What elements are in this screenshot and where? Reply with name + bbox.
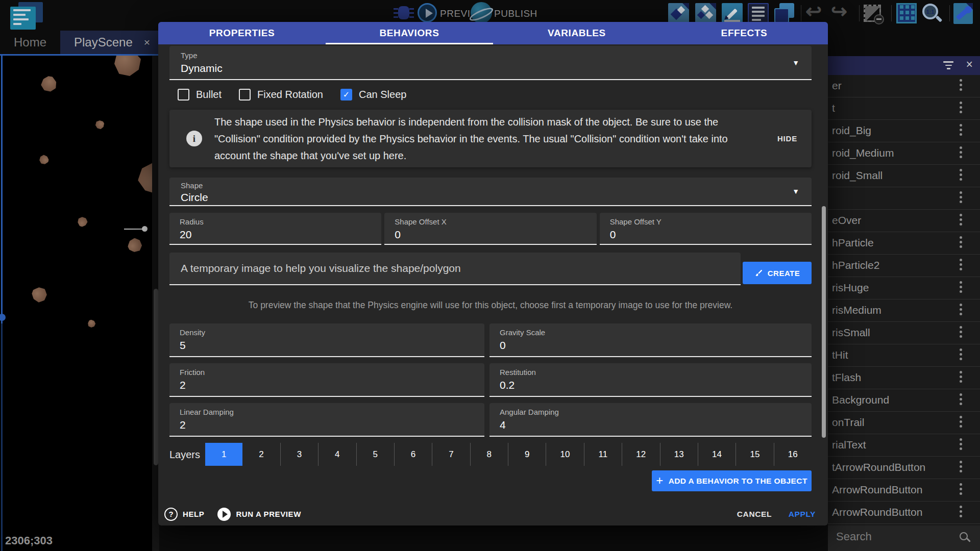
kebab-menu-icon[interactable] — [960, 259, 963, 272]
debugger-icon[interactable] — [398, 6, 409, 19]
layer-option-7[interactable]: 7 — [432, 443, 470, 466]
layer-option-15[interactable]: 15 — [736, 443, 774, 466]
scene-border-handle[interactable] — [0, 314, 6, 321]
object-row[interactable]: roid_Medium — [828, 142, 980, 165]
checkbox-fixed-rotation[interactable]: Fixed Rotation — [239, 89, 323, 101]
filter-icon[interactable] — [943, 61, 953, 71]
field-radius[interactable]: Radius20 — [169, 213, 381, 245]
dialog-tab-properties[interactable]: PROPERTIES — [158, 22, 326, 44]
add-object-icon[interactable] — [668, 3, 689, 24]
checkbox-can-sleep[interactable]: ✓Can Sleep — [340, 89, 406, 101]
kebab-menu-icon[interactable] — [960, 281, 963, 295]
field-linear-damping[interactable]: Linear Damping2 — [169, 403, 484, 437]
object-row[interactable]: risHuge — [828, 277, 980, 299]
objects-list-icon[interactable] — [695, 3, 716, 24]
create-button[interactable]: CREATE — [743, 262, 812, 284]
checkbox-box[interactable] — [239, 89, 251, 101]
layer-option-1[interactable]: 1 — [205, 443, 242, 466]
close-icon[interactable]: × — [144, 36, 150, 48]
edit-scene-icon[interactable] — [722, 3, 743, 24]
field-density[interactable]: Density5 — [169, 323, 484, 357]
temporary-image-field[interactable]: A temporary image to help you visualize … — [169, 253, 741, 285]
kebab-menu-icon[interactable] — [960, 146, 963, 160]
apply-button[interactable]: APPLY — [789, 510, 816, 519]
kebab-menu-icon[interactable] — [960, 371, 963, 385]
type-dropdown[interactable]: Type Dynamic ▼ — [169, 46, 812, 80]
layer-option-14[interactable]: 14 — [698, 443, 736, 466]
object-row[interactable]: eOver — [828, 210, 980, 232]
dialog-tab-behaviors[interactable]: BEHAVIORS — [326, 22, 493, 44]
object-row[interactable]: risMedium — [828, 299, 980, 322]
layer-option-10[interactable]: 10 — [546, 443, 584, 466]
scene-settings-icon[interactable] — [953, 3, 973, 24]
kebab-menu-icon[interactable] — [960, 304, 963, 317]
object-row[interactable]: ArrowRoundButton — [828, 479, 980, 502]
layers-icon[interactable] — [774, 3, 795, 24]
object-row[interactable]: er — [828, 75, 980, 97]
kebab-menu-icon[interactable] — [960, 191, 963, 205]
layer-option-11[interactable]: 11 — [584, 443, 622, 466]
kebab-menu-icon[interactable] — [960, 79, 963, 93]
kebab-menu-icon[interactable] — [960, 393, 963, 407]
help-button[interactable]: HELP — [183, 510, 204, 518]
layer-option-13[interactable]: 13 — [660, 443, 698, 466]
object-row[interactable]: t — [828, 97, 980, 120]
instances-list-icon[interactable] — [748, 3, 769, 24]
layer-option-9[interactable]: 9 — [508, 443, 546, 466]
object-row[interactable]: roid_Small — [828, 165, 980, 187]
publish-button[interactable]: PUBLISH — [494, 8, 537, 19]
tab-home[interactable]: Home — [0, 31, 60, 54]
publish-globe-icon[interactable] — [471, 2, 492, 23]
kebab-menu-icon[interactable] — [960, 416, 963, 430]
kebab-menu-icon[interactable] — [960, 461, 963, 474]
cancel-button[interactable]: CANCEL — [737, 510, 772, 519]
scene-canvas[interactable]: 2306;303 — [0, 56, 159, 551]
layer-option-6[interactable]: 6 — [395, 443, 432, 466]
scene-scrollbar-thumb[interactable] — [154, 289, 158, 465]
field-friction[interactable]: Friction2 — [169, 363, 484, 397]
zoom-1-1-icon[interactable]: 1:1 — [922, 3, 942, 23]
layer-option-12[interactable]: 12 — [622, 443, 660, 466]
object-row[interactable] — [828, 187, 980, 210]
close-icon[interactable]: × — [966, 58, 973, 71]
run-preview-icon[interactable] — [217, 508, 231, 521]
dialog-tab-variables[interactable]: VARIABLES — [493, 22, 660, 44]
object-row[interactable]: hParticle2 — [828, 255, 980, 277]
field-angular-damping[interactable]: Angular Damping4 — [489, 403, 812, 437]
kebab-menu-icon[interactable] — [960, 214, 963, 228]
add-behavior-button[interactable]: + ADD A BEHAVIOR TO THE OBJECT — [652, 470, 812, 491]
grid-icon[interactable] — [896, 3, 917, 23]
redo-icon[interactable]: ↪ — [831, 1, 847, 21]
object-row[interactable]: tHit — [828, 344, 980, 367]
kebab-menu-icon[interactable] — [960, 438, 963, 452]
preview-play-icon[interactable] — [418, 3, 437, 22]
undo-icon[interactable]: ↩ — [805, 1, 822, 21]
dialog-tab-effects[interactable]: EFFECTS — [660, 22, 828, 44]
kebab-menu-icon[interactable] — [960, 326, 963, 340]
help-icon[interactable]: ? — [164, 508, 178, 521]
shape-dropdown[interactable]: Shape Circle ▼ — [169, 178, 812, 206]
layer-option-8[interactable]: 8 — [471, 443, 508, 466]
object-row[interactable]: Background — [828, 389, 980, 412]
object-row[interactable]: onTrail — [828, 412, 980, 434]
run-preview-button[interactable]: RUN A PREVIEW — [236, 510, 301, 518]
layer-option-5[interactable]: 5 — [357, 443, 395, 466]
object-row[interactable]: risSmall — [828, 322, 980, 344]
hide-button[interactable]: HIDE — [777, 134, 797, 143]
field-shape-offset-y[interactable]: Shape Offset Y0 — [600, 213, 812, 245]
field-restitution[interactable]: Restitution0.2 — [489, 363, 812, 397]
kebab-menu-icon[interactable] — [960, 236, 963, 250]
layer-option-3[interactable]: 3 — [281, 443, 318, 466]
kebab-menu-icon[interactable] — [960, 506, 963, 519]
object-row[interactable]: rialText — [828, 434, 980, 457]
tab-playscene[interactable]: PlayScene × — [60, 31, 164, 54]
object-row[interactable]: roid_Big — [828, 120, 980, 142]
layer-option-2[interactable]: 2 — [242, 443, 280, 466]
field-shape-offset-x[interactable]: Shape Offset X0 — [384, 213, 596, 245]
checkbox-box[interactable]: ✓ — [340, 89, 352, 101]
kebab-menu-icon[interactable] — [960, 483, 963, 497]
object-row[interactable]: tArrowRoundButton — [828, 457, 980, 479]
dialog-scrollbar-thumb[interactable] — [822, 206, 826, 438]
search-input[interactable] — [835, 530, 949, 544]
object-row[interactable]: ArrowRoundButton — [828, 502, 980, 524]
